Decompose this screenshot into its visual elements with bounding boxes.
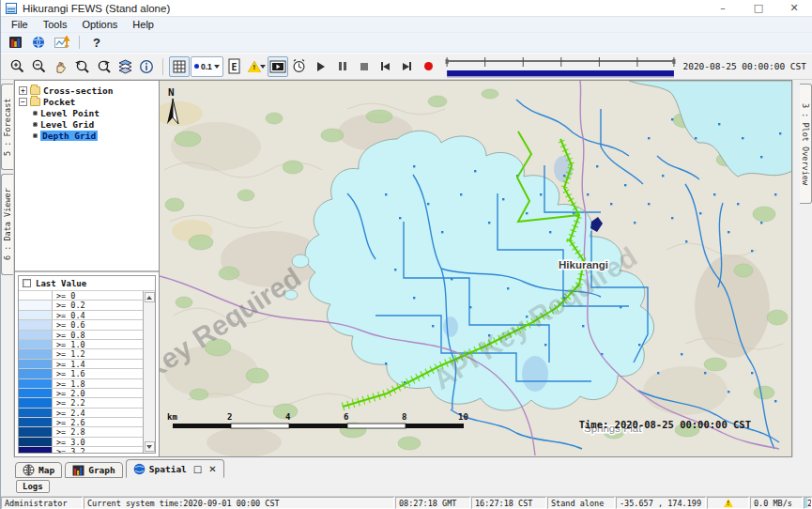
tab-maximize-icon[interactable]: □	[193, 464, 202, 474]
legend-class-list: >= 0 >= 0.2 >= 0.4 >= 0.6 >= 0.8 >= 1.0 …	[19, 291, 143, 453]
scroll-up-icon[interactable]	[145, 292, 155, 302]
status-bandwidth: 0.0 MB/s	[750, 497, 803, 509]
color-swatch	[19, 398, 53, 407]
svg-text:km: km	[167, 412, 177, 422]
time-slider-track[interactable]	[444, 54, 679, 79]
help-icon[interactable]: ?	[86, 34, 107, 51]
folder-icon	[30, 98, 40, 106]
zoom-next-icon[interactable]	[93, 56, 114, 77]
spatial-map[interactable]: API Key Required API Key Required Hikura…	[160, 80, 792, 457]
town-label: Hikurangi	[559, 259, 608, 270]
color-swatch	[19, 379, 53, 388]
scroll-down-icon[interactable]	[145, 441, 155, 452]
database-icon[interactable]	[5, 34, 25, 51]
pause-button[interactable]	[332, 56, 353, 77]
tree-node-pocket[interactable]: − Pocket	[19, 96, 157, 107]
globe-icon	[133, 463, 146, 475]
layers-panel: + Cross-section − Pocket Level Point Lev…	[14, 80, 160, 457]
legend-row: >= 2.4	[19, 409, 143, 418]
tree-node-cross-section[interactable]: + Cross-section	[19, 85, 157, 96]
record-button[interactable]	[419, 56, 439, 77]
window-title: Hikurangi FEWS (Stand alone)	[23, 3, 170, 14]
map-time-overlay: Time: 2020-08-25 00:00:00 CST	[579, 419, 751, 430]
status-coordinates: -35.657 , 174.199	[616, 497, 706, 509]
collapse-icon[interactable]: −	[19, 98, 27, 106]
class-break-dropdown[interactable]: 0.1	[191, 56, 223, 77]
color-swatch	[19, 409, 53, 417]
bar-chart-icon	[72, 465, 84, 476]
close-button[interactable]: ✕	[776, 0, 812, 17]
threshold-warning-dropdown[interactable]: !	[246, 56, 267, 77]
tab-forecast[interactable]: 5 : Forecast	[1, 84, 13, 170]
status-memory: 2.5 GB	[804, 497, 812, 509]
globe-icon[interactable]	[28, 34, 49, 51]
pan-hand-icon[interactable]	[50, 56, 70, 77]
right-tab-strip: 3 : Plot Overview	[792, 80, 812, 457]
zoom-out-icon[interactable]	[28, 56, 49, 77]
menu-tools[interactable]: Tools	[36, 18, 75, 31]
legend-title: Last Value	[36, 279, 86, 288]
layers-icon[interactable]	[115, 56, 135, 77]
grid-display-icon[interactable]	[169, 56, 190, 77]
menu-file[interactable]: File	[4, 18, 36, 31]
minimize-button[interactable]: –	[705, 0, 741, 17]
tree-node-depth-grid[interactable]: Depth Grid	[19, 130, 157, 141]
maximize-button[interactable]: □	[741, 0, 776, 17]
legend-row: >= 1.0	[19, 340, 143, 349]
zoom-previous-icon[interactable]	[71, 56, 92, 77]
info-icon[interactable]	[136, 56, 157, 77]
expand-icon[interactable]: +	[19, 86, 27, 95]
color-swatch	[19, 291, 53, 300]
status-gmt-time: 08:27:18 GMT	[395, 497, 470, 509]
legend-row: >= 0.6	[19, 320, 143, 330]
svg-text:4: 4	[285, 412, 291, 422]
step-first-button[interactable]	[375, 56, 396, 77]
color-swatch	[19, 301, 53, 309]
animation-clock-icon[interactable]	[289, 56, 310, 77]
tab-graph[interactable]: Graph	[65, 462, 123, 478]
zoom-in-icon[interactable]	[7, 56, 27, 77]
color-swatch	[19, 389, 53, 397]
svg-text:E: E	[232, 62, 237, 72]
tree-node-level-grid[interactable]: Level Grid	[19, 118, 157, 130]
current-frame-datetime: 2020-08-25 00:00:00 CST	[682, 61, 808, 71]
bullet-icon	[33, 111, 38, 116]
color-swatch	[19, 447, 53, 453]
wireframe-globe-icon	[23, 464, 35, 476]
title-bar: Hikurangi FEWS (Stand alone) – □ ✕	[1, 0, 812, 17]
legend-row: >= 2.2	[19, 398, 143, 408]
color-swatch	[19, 360, 53, 368]
svg-text:10: 10	[458, 412, 468, 422]
menu-help[interactable]: Help	[125, 18, 161, 31]
label-toggle-icon[interactable]: E	[224, 56, 245, 77]
svg-text:2: 2	[227, 412, 232, 422]
main-toolbar: ?	[1, 33, 812, 53]
menu-options[interactable]: Options	[74, 18, 125, 31]
legend-row: >= 0.4	[19, 311, 143, 320]
legend-row: >= 1.8	[19, 379, 143, 389]
legend-row: >= 1.6	[19, 369, 143, 378]
legend-row: >= 0.8	[19, 331, 143, 340]
legend-row: >= 0	[19, 291, 143, 301]
tab-spatial[interactable]: Spatial □ ✕	[126, 459, 224, 478]
app-window: Hikurangi FEWS (Stand alone) – □ ✕ File …	[0, 0, 812, 509]
color-swatch	[19, 331, 53, 339]
tab-map[interactable]: Map	[15, 462, 62, 478]
logs-row: Logs	[1, 478, 812, 496]
tab-plot-overview[interactable]: 3 : Plot Overview	[800, 84, 812, 204]
legend-scrollbar[interactable]	[143, 291, 155, 453]
tab-data-viewer[interactable]: 6 : Data Viewer	[1, 174, 13, 275]
timeseries-icon[interactable]	[52, 34, 72, 51]
class-break-dot-icon	[194, 64, 199, 69]
time-slider[interactable]	[444, 54, 679, 79]
logs-button[interactable]: Logs	[16, 480, 50, 493]
left-tab-strip: 5 : Forecast 6 : Data Viewer	[1, 80, 14, 457]
color-swatch	[19, 427, 53, 436]
play-button[interactable]	[311, 56, 331, 77]
last-value-checkbox[interactable]	[23, 279, 31, 287]
tab-close-icon[interactable]: ✕	[208, 464, 216, 474]
stop-button[interactable]	[354, 56, 375, 77]
step-last-button[interactable]	[397, 56, 418, 77]
animation-panel-icon[interactable]	[268, 56, 288, 77]
tree-node-level-point[interactable]: Level Point	[19, 107, 157, 118]
